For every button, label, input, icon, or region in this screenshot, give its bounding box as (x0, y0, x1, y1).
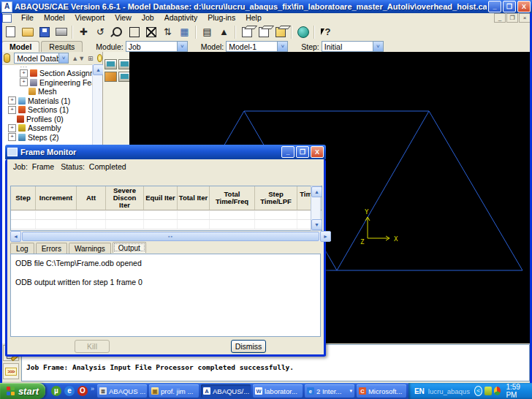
probe-values-icon[interactable]: ▲ (216, 24, 232, 39)
internet-explorer-icon[interactable]: e (64, 386, 75, 396)
tray-messenger-icon[interactable]: < (474, 386, 483, 396)
tab-errors[interactable]: Errors (36, 243, 67, 254)
utorrent-icon[interactable]: µ (51, 386, 61, 396)
dialog-minimize-button[interactable]: _ (281, 146, 294, 158)
menu-model[interactable]: Model (39, 13, 70, 23)
cycle-views-icon[interactable]: ⇅ (160, 24, 175, 39)
chevron-down-icon[interactable]: ▾ (349, 388, 352, 394)
tree-expand-icon[interactable]: ⊞ (88, 55, 94, 62)
scroll-down-icon[interactable]: ▼ (311, 219, 322, 230)
expand-icon[interactable]: + (8, 96, 16, 104)
menu-job[interactable]: Job (137, 13, 159, 23)
hiddenline-render-icon[interactable] (256, 24, 271, 39)
expand-icon[interactable]: + (20, 69, 28, 77)
menu-view[interactable]: View (110, 13, 137, 23)
expand-icon[interactable]: + (8, 106, 16, 114)
expand-icon[interactable]: + (20, 78, 28, 86)
scroll-up-icon[interactable]: ▲ (93, 64, 104, 75)
taskbar-button-internet-group[interactable]: e 2 Inter... ▾ (305, 384, 354, 398)
mdi-minimize-button[interactable]: _ (494, 13, 506, 23)
pan-view-icon[interactable]: ✚ (76, 24, 91, 39)
fit-view-icon[interactable] (143, 24, 159, 39)
tray-color-wheel-icon[interactable] (494, 387, 501, 395)
views-toolbox-icon[interactable]: ▦ (177, 24, 192, 39)
chevron-down-icon[interactable]: ˅ (277, 42, 287, 51)
chevron-down-icon[interactable]: ˅ (58, 53, 68, 63)
scroll-left-icon[interactable]: ◄ (10, 231, 21, 242)
open-file-icon[interactable] (20, 24, 35, 39)
minimize-button[interactable]: _ (488, 1, 501, 12)
tree-item-materials[interactable]: + Materials (1) (2, 96, 93, 106)
tab-warnings[interactable]: Warnings (69, 243, 111, 254)
tree-context-select[interactable]: Model Datab ˅ (14, 53, 69, 64)
table-vertical-scrollbar[interactable]: ▲ ▼ (311, 186, 321, 231)
dialog-close-button[interactable]: X (311, 146, 324, 158)
box-zoom-icon[interactable] (126, 24, 142, 39)
restore-button[interactable]: ❐ (503, 1, 516, 12)
print-icon[interactable] (53, 24, 69, 39)
tab-model[interactable]: Model (1, 41, 39, 52)
model-select[interactable]: Model-1 ˅ (226, 41, 288, 52)
command-line-button[interactable]: >>> (3, 363, 19, 379)
opera-icon[interactable]: O (77, 386, 88, 396)
scroll-up-icon[interactable]: ▲ (311, 186, 322, 197)
taskbar-button-abaqus-cae[interactable]: A ABAQUS/... (201, 384, 251, 398)
close-button[interactable]: X (517, 1, 531, 12)
scroll-right-icon[interactable]: ► (320, 231, 331, 242)
kill-button[interactable]: Kill (75, 340, 110, 353)
taskbar-button-prof-jim[interactable]: ▣ prof. jim ... (149, 384, 199, 398)
menu-plugins[interactable]: Plug-ins (202, 13, 240, 23)
tree-item-sections[interactable]: + Sections (1) (2, 105, 93, 115)
tree-spinner-icon[interactable]: ▲▼ (72, 55, 85, 62)
chevron-down-icon[interactable]: ˅ (177, 42, 187, 51)
clock: 1:59 PM (506, 383, 528, 399)
taskbar-button-abaqus-cmd[interactable]: ≣ ABAQUS ... (97, 384, 147, 398)
module-select[interactable]: Job ˅ (126, 41, 188, 52)
menu-help[interactable]: Help (240, 13, 267, 23)
tab-output[interactable]: Output (113, 242, 146, 253)
dialog-maximize-button[interactable]: ❐ (296, 146, 309, 158)
chevron-down-icon[interactable]: ˅ (373, 42, 383, 51)
language-indicator[interactable]: EN (414, 387, 425, 395)
tree-item-section-assignments[interactable]: + Section Assignm (2, 69, 93, 78)
tree-item-engineering-features[interactable]: + Engineering Fea (2, 78, 93, 88)
context-help-icon[interactable]: ? (318, 24, 333, 39)
mdi-close-button[interactable]: × (519, 13, 531, 23)
tab-results[interactable]: Results (41, 41, 83, 52)
lightbulb-icon[interactable] (97, 54, 102, 62)
dismiss-button[interactable]: Dismiss (231, 340, 266, 353)
mesh-icon (28, 88, 36, 95)
task-buttons: ≣ ABAQUS ... ▣ prof. jim ... A ABAQUS/..… (97, 383, 408, 399)
job-manager-button[interactable] (104, 59, 117, 69)
step-label: Step: (301, 42, 319, 51)
mdi-restore-button[interactable]: ❐ (506, 13, 518, 23)
shaded-render-icon[interactable] (273, 24, 288, 39)
menu-file[interactable]: File (16, 13, 39, 23)
expand-icon[interactable]: + (8, 124, 16, 132)
tab-log[interactable]: Log (10, 243, 34, 254)
start-button[interactable]: start (0, 383, 45, 399)
quick-launch-overflow-icon[interactable]: » (91, 385, 94, 392)
save-icon[interactable] (37, 24, 52, 39)
query-info-icon[interactable]: ▤ (200, 24, 215, 39)
render-model-icon[interactable] (295, 24, 311, 39)
tray-app-icon[interactable] (484, 387, 492, 395)
tree-item-mesh[interactable]: Mesh (2, 87, 93, 96)
taskbar-button-microsoft[interactable]: C Microsoft... (357, 384, 406, 398)
menu-viewport[interactable]: Viewport (70, 13, 110, 23)
table-horizontal-scrollbar[interactable]: ◄ ▪▪ ► (10, 232, 331, 241)
adaptivity-manager-button[interactable] (104, 72, 117, 82)
tree-item-steps[interactable]: + Steps (2) (2, 133, 93, 142)
wireframe-render-icon[interactable] (239, 24, 254, 39)
dialog-title-bar[interactable]: Frame Monitor _ ❐ X (5, 145, 326, 159)
new-file-icon[interactable] (3, 24, 18, 39)
expand-icon[interactable]: + (8, 133, 16, 141)
tree-item-assembly[interactable]: + Assembly (2, 123, 93, 133)
scrollbar-thumb[interactable]: ▪▪ (22, 232, 319, 241)
tree-item-profiles[interactable]: Profiles (0) (2, 115, 93, 124)
magnify-view-icon[interactable] (110, 24, 125, 39)
taskbar-button-laborator-doc[interactable]: W laborator... (253, 384, 303, 398)
menu-adaptivity[interactable]: Adaptivity (159, 13, 203, 23)
step-select[interactable]: Initial ˅ (322, 41, 384, 52)
rotate-view-icon[interactable]: ↺ (93, 24, 108, 39)
